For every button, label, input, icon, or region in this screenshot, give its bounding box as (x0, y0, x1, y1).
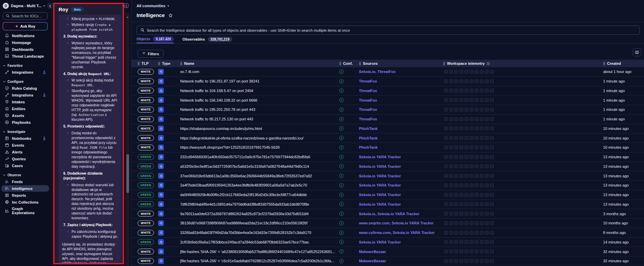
table-row[interactable]: WHITE [file:hashes.'SHA-256' = 'a6238081… (131, 247, 644, 256)
sidebar-item-graph-explorations[interactable]: Graph Explorations (1, 206, 49, 216)
source-link[interactable]: Sekoia.io YARA Tracker (393, 231, 435, 235)
object-name[interactable]: [file:hashes.'SHA-256' = 'a62380819058fa… (180, 250, 339, 254)
roy-scrollbar[interactable]: ▲ (126, 13, 129, 266)
table-row[interactable]: WHITE 38136d87e9687398f906687ea9886feead… (131, 219, 644, 228)
sidebar-item-assets[interactable]: Assets (1, 112, 49, 119)
sidebar-item-entities[interactable]: Entities (1, 105, 49, 112)
source-link[interactable]: Sekoia.io YARA Tracker (359, 193, 401, 197)
source-link[interactable]: Sekoia.io YARA Tracker (359, 174, 401, 178)
object-name[interactable]: 2cf03b9eb39a6a17f83dbbce249acd7a284dc53a… (180, 240, 339, 244)
search-iocs-input[interactable]: Search for IOCs... (3, 12, 48, 20)
object-name[interactable]: 3326ba81b48ab03f7f49d2da70d3bbe4ea0e163d… (180, 231, 339, 235)
intelligence-search-input[interactable]: Search the Intelligence database for all… (137, 26, 640, 35)
scrollbar-thumb[interactable] (126, 154, 129, 193)
object-name[interactable]: 232cd945669391a40fc650ab3575711c0a9c975e… (180, 155, 339, 159)
column-header-telemetry[interactable]: ⣿Workspace telemetry (443, 61, 603, 65)
table-row[interactable]: GREEN 37ee066d18e93db613a1a08c3560e6ac26… (131, 171, 644, 181)
object-name[interactable]: Network traffic to 196.251.87.197 on por… (180, 79, 339, 83)
table-row[interactable]: WHITE https://wavysoft.shop/cpn/?id=1252… (131, 143, 644, 152)
object-name[interactable]: 38136d87e9687398f906687ea9886feead2da21e… (180, 221, 339, 225)
source-link[interactable]: Sekoia.io YARA Tracker (359, 202, 401, 206)
source-link[interactable]: Sekoia.io YARA Tracker (359, 155, 401, 159)
sidebar-item-ioc-collections[interactable]: Ioc Collections (1, 199, 49, 205)
source-link[interactable]: ThreatFox (377, 70, 395, 74)
object-name[interactable]: 2a4f7bde03baaf5f09195941263a4ee3fdfb0b48… (180, 183, 339, 187)
sidebar-item-threat-landscape[interactable]: Threat Landscape (1, 53, 49, 59)
drag-handle-icon[interactable]: ⣿ (138, 62, 140, 65)
object-name[interactable]: https://shabanpourco.com/wp-includes/js/… (180, 127, 339, 131)
table-row[interactable]: WHITE xx.7.4t.com 1 Sekoia.io, ThreatFox… (131, 67, 644, 77)
object-name[interactable]: Network traffic to 104.168.5.47 on port … (180, 89, 339, 93)
table-row[interactable]: GREEN 7df629804ab6f6e4d1c5891d4a7970dd6d… (131, 200, 644, 209)
sidebar-item-events[interactable]: Events (1, 142, 49, 148)
column-header-type[interactable]: ⣿Type (158, 61, 180, 65)
source-link[interactable]: Sekoia.io YARA Tracker (392, 221, 434, 225)
drag-handle-icon[interactable]: ⣿ (180, 62, 183, 65)
filters-button[interactable]: Filters (138, 50, 163, 58)
sidebar-item-reports[interactable]: Reports (1, 192, 49, 198)
drag-handle-icon[interactable]: ⣿ (359, 62, 361, 65)
source-link[interactable]: www.seqrite.com (359, 221, 390, 225)
columns-settings-button[interactable] (633, 48, 641, 56)
source-link[interactable]: PhishTank (359, 127, 378, 131)
table-row[interactable]: GREEN a532f3e3ec5e8f1ac0d37725907bc5a6d1… (131, 162, 644, 172)
object-name[interactable]: da5f49480920b4b00f6c2f2cb117660eda29f136… (180, 193, 339, 197)
star-favorite-icon[interactable] (168, 13, 173, 18)
object-name[interactable]: 37ee066d18e93db613a1a08c3560e6ac2606644b… (180, 174, 339, 178)
source-link[interactable]: MalwareBazaar (359, 250, 386, 254)
object-name[interactable]: a532f3e3ec5e8f1ac0d37725907bc5a6d1e5c315… (180, 164, 339, 168)
sidebar-item-feeds[interactable]: Feeds (1, 178, 49, 185)
object-name[interactable]: 7df629804ab6f6e4d1c5891d4a7970dd6dd38bdf… (180, 202, 339, 206)
drag-handle-icon[interactable]: ⣿ (339, 62, 342, 65)
object-name[interactable]: xx.7.4t.com (180, 70, 339, 74)
communities-dropdown[interactable]: All communities ▾ (137, 4, 169, 8)
source-link[interactable]: Sekoia.io (359, 70, 375, 74)
sidebar-item-dashboards[interactable]: Dashboards (1, 46, 49, 53)
sidebar-item-playbooks[interactable]: Playbooks (1, 119, 49, 125)
ask-roy-button[interactable]: ✦ Ask Roy (3, 22, 48, 30)
object-name[interactable]: https://allegrolokalnie.pl-oferta-szafka… (180, 136, 339, 140)
table-row[interactable]: WHITE Network traffic to 156.240.108.32 … (131, 95, 644, 105)
object-name[interactable]: 9a76011aa0de6372a358787df862624a825c873c… (180, 212, 339, 216)
table-row[interactable]: GREEN 232cd945669391a40fc650ab3575711c0a… (131, 152, 644, 162)
column-header-sources[interactable]: ⣿Sources (359, 61, 443, 65)
drag-handle-icon[interactable]: ⣿ (603, 62, 606, 65)
column-header-conf[interactable]: ⣿Conf. (339, 61, 359, 65)
source-link[interactable]: PhishTank (359, 145, 378, 149)
sidebar-item-intelligence[interactable]: Intelligence (1, 185, 49, 192)
table-row[interactable]: WHITE Network traffic to 195.201.250.78 … (131, 105, 644, 115)
source-link[interactable]: ThreatFox (359, 98, 377, 102)
drag-handle-icon[interactable]: ⣿ (158, 62, 160, 65)
source-link[interactable]: Sekoia.io YARA Tracker (359, 240, 401, 244)
object-name[interactable]: Network traffic to 156.240.108.32 on por… (180, 98, 339, 102)
source-link[interactable]: Sekoia.io YARA Tracker (377, 212, 419, 216)
sidebar-section-configure[interactable]: Configure (0, 76, 50, 85)
sidebar-item-integrations[interactable]: Integrations (1, 92, 49, 98)
sidebar-item-alerts[interactable]: Alerts (1, 149, 49, 155)
sidebar-item-integrations[interactable]: Integrations (1, 69, 49, 75)
object-name[interactable]: https://wavysoft.shop/cpn/?id=1252518101… (180, 145, 339, 149)
sidebar-section-investigate[interactable]: Investigate (0, 126, 50, 135)
object-name[interactable]: Network traffic to 195.201.250.78 on por… (180, 107, 339, 112)
table-row[interactable]: WHITE Network traffic to 104.168.5.47 on… (131, 86, 644, 96)
column-header-created[interactable]: ⣿Created (603, 61, 644, 65)
source-link[interactable]: Sekoia.io YARA Tracker (359, 164, 401, 168)
sidebar-item-rules-catalog[interactable]: Rules Catalog (1, 85, 49, 91)
source-link[interactable]: ThreatFox (359, 117, 377, 121)
sidebar-item-notebooks[interactable]: Notebooks (1, 135, 49, 142)
object-name[interactable]: Network traffic to 95.217.25.130 on port… (180, 117, 339, 121)
column-header-tlp[interactable]: ⣿TLP (138, 61, 158, 65)
sidebar-item-homepage[interactable]: Homepage (1, 39, 49, 46)
column-header-name[interactable]: ⣿Name (180, 61, 339, 65)
source-link[interactable]: ThreatFox (359, 89, 377, 93)
tab-observables[interactable]: Observables328,701,219 (183, 36, 232, 43)
tab-objects[interactable]: Objects9,187,420 (137, 36, 174, 43)
table-row[interactable]: WHITE https://shabanpourco.com/wp-includ… (131, 124, 644, 134)
panel-collapse-icon[interactable]: ❮ (124, 3, 128, 8)
source-link[interactable]: ThreatFox (359, 107, 377, 112)
workspace-switcher[interactable]: D Dagma - Multi T... ▾ (0, 0, 50, 10)
table-row[interactable]: WHITE Network traffic to 196.251.87.197 … (131, 77, 644, 86)
sidebar-section-observe[interactable]: Observe (0, 169, 50, 178)
source-link[interactable]: ThreatFox (359, 79, 377, 83)
table-row[interactable]: GREEN 2cf03b9eb39a6a17f83dbbce249acd7a28… (131, 238, 644, 247)
